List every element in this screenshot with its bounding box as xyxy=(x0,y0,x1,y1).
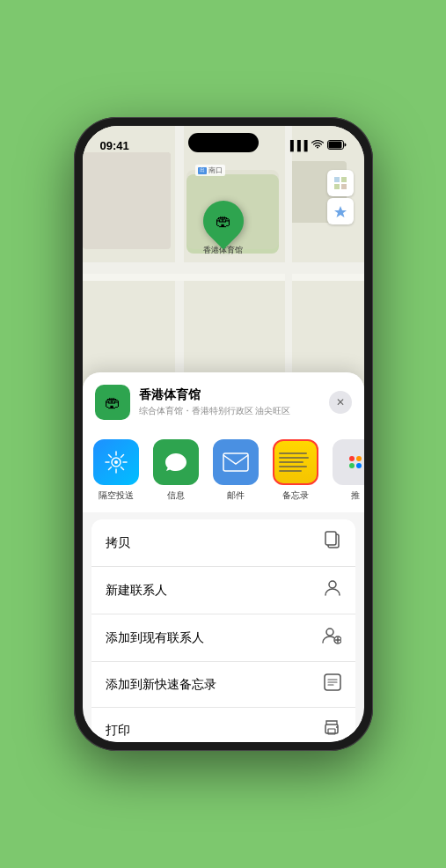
action-print[interactable]: 打印 xyxy=(91,708,355,742)
phone-screen: 09:41 ▐▐▐ xyxy=(83,126,364,742)
action-new-contact[interactable]: 新建联系人 xyxy=(91,567,355,614)
svg-point-7 xyxy=(114,460,118,464)
svg-rect-2 xyxy=(334,177,340,182)
app-item-mail[interactable]: 邮件 xyxy=(209,439,262,502)
svg-rect-1 xyxy=(328,141,341,148)
map-block-left xyxy=(83,152,171,249)
person-add-icon xyxy=(322,626,341,650)
bottom-sheet: 🏟 香港体育馆 综合体育馆・香港特别行政区 油尖旺区 ✕ xyxy=(83,372,364,742)
venue-name: 香港体育馆 xyxy=(139,387,320,403)
notes-label: 备忘录 xyxy=(282,489,309,502)
venue-subtitle: 综合体育馆・香港特别行政区 油尖旺区 xyxy=(139,405,320,417)
wifi-icon xyxy=(311,140,324,151)
map-road-horizontal xyxy=(83,262,364,275)
airdrop-icon xyxy=(93,439,139,485)
status-icons: ▐▐▐ xyxy=(287,140,346,151)
add-existing-label: 添加到现有联系人 xyxy=(106,630,204,646)
mail-label: 邮件 xyxy=(227,489,245,502)
sheet-header: 🏟 香港体育馆 综合体育馆・香港特别行政区 油尖旺区 ✕ xyxy=(83,372,364,429)
signal-icon: ▐▐▐ xyxy=(287,140,307,151)
venue-info: 香港体育馆 综合体育馆・香港特别行政区 油尖旺区 xyxy=(139,387,320,417)
mail-icon xyxy=(213,439,259,485)
app-item-message[interactable]: 信息 xyxy=(150,439,202,502)
svg-rect-8 xyxy=(223,453,248,471)
venue-icon: 🏟 xyxy=(95,385,130,420)
app-item-airdrop[interactable]: 隔空投送 xyxy=(90,439,143,502)
action-add-note[interactable]: 添加到新快速备忘录 xyxy=(91,662,355,708)
svg-rect-4 xyxy=(334,184,340,189)
pin-inner: 🏟 xyxy=(216,212,231,231)
airdrop-label: 隔空投送 xyxy=(99,489,134,502)
copy-label: 拷贝 xyxy=(106,535,130,551)
dynamic-island xyxy=(188,133,259,152)
map-label-icon: 出 xyxy=(198,167,207,174)
svg-point-17 xyxy=(336,726,338,728)
new-contact-label: 新建联系人 xyxy=(106,583,167,599)
svg-point-11 xyxy=(329,581,336,588)
more-icon xyxy=(333,439,364,485)
status-time: 09:41 xyxy=(100,139,129,152)
copy-icon xyxy=(324,531,341,555)
more-label: 推 xyxy=(351,489,360,502)
pin-circle: 🏟 xyxy=(194,192,252,249)
svg-point-12 xyxy=(326,629,333,636)
map-label: 出 香港体育馆 南口 xyxy=(195,165,225,176)
svg-rect-3 xyxy=(341,177,347,182)
person-icon xyxy=(324,578,341,602)
location-pin: 🏟 香港体育馆 xyxy=(203,201,244,256)
app-item-notes[interactable]: 备忘录 xyxy=(269,439,322,502)
location-button[interactable] xyxy=(327,198,354,224)
map-style-button[interactable] xyxy=(327,170,354,196)
close-button[interactable]: ✕ xyxy=(329,391,352,414)
add-note-label: 添加到新快速备忘录 xyxy=(106,677,216,693)
action-add-existing[interactable]: 添加到现有联系人 xyxy=(91,614,355,662)
note-icon xyxy=(324,673,341,695)
notes-icon xyxy=(273,439,318,485)
close-icon: ✕ xyxy=(336,396,345,408)
svg-rect-10 xyxy=(325,532,336,545)
message-icon xyxy=(153,439,199,485)
apps-row: 隔空投送 信息 xyxy=(83,429,364,512)
map-controls[interactable] xyxy=(327,170,354,224)
action-copy[interactable]: 拷贝 xyxy=(91,519,355,567)
message-label: 信息 xyxy=(167,489,185,502)
south-gate-label: 南口 xyxy=(208,166,223,175)
print-icon xyxy=(322,719,341,741)
phone-frame: 09:41 ▐▐▐ xyxy=(74,117,373,751)
battery-icon xyxy=(327,140,347,151)
map-road-2 xyxy=(83,274,364,281)
svg-rect-5 xyxy=(341,184,347,189)
app-item-more[interactable]: 推 xyxy=(329,439,364,502)
print-label: 打印 xyxy=(106,723,130,739)
action-list: 拷贝 新建联系人 xyxy=(91,519,355,742)
